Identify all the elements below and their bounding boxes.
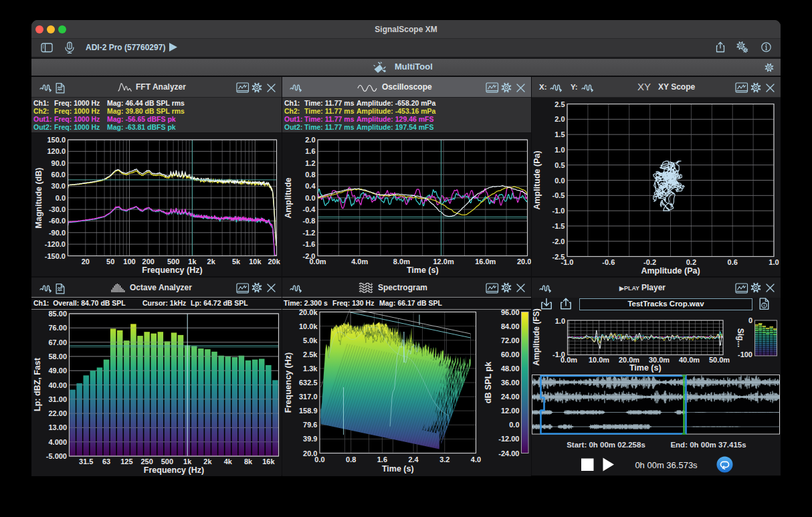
svg-text:85.00: 85.00: [48, 310, 67, 318]
svg-text:Time (s): Time (s): [381, 464, 413, 474]
svg-text:-150.0: -150.0: [45, 252, 66, 260]
svg-text:24.00: 24.00: [500, 393, 519, 401]
svg-text:-60.0: -60.0: [49, 217, 66, 225]
svg-text:58.00: 58.00: [48, 352, 67, 360]
svg-text:Magnitude (dB): Magnitude (dB): [34, 168, 43, 229]
svg-text:16k: 16k: [262, 457, 275, 466]
svg-text:20.0k: 20.0k: [298, 310, 317, 316]
svg-text:1.6: 1.6: [377, 455, 387, 463]
svg-text:150.0: 150.0: [47, 136, 66, 144]
svg-text:-1.5: -1.5: [552, 221, 565, 229]
svg-text:30.0: 30.0: [52, 182, 66, 190]
svg-text:4.000: 4.000: [48, 438, 67, 446]
svg-text:Frequency (Hz): Frequency (Hz): [144, 466, 204, 475]
svg-text:Time (s): Time (s): [629, 363, 662, 373]
svg-text:79.6: 79.6: [303, 421, 317, 429]
svg-text:1.0: 1.0: [769, 257, 779, 266]
svg-text:2.5k: 2.5k: [303, 350, 318, 358]
svg-text:-2.0: -2.0: [552, 237, 565, 245]
svg-text:-1.6: -1.6: [302, 240, 315, 248]
svg-text:84.00: 84.00: [500, 322, 519, 330]
svg-text:Start: 0h 00m 02.258s: Start: 0h 00m 02.258s: [567, 441, 645, 449]
svg-text:0.8: 0.8: [305, 171, 315, 179]
svg-text:Amplitude (FS): Amplitude (FS): [532, 308, 541, 365]
svg-text:-1.0: -1.0: [552, 207, 565, 215]
svg-text:-90.0: -90.0: [49, 229, 66, 237]
svg-text:12.0m: 12.0m: [433, 257, 453, 266]
svg-text:Frequency (Hz): Frequency (Hz): [142, 266, 202, 275]
svg-text:40.0m: 40.0m: [679, 356, 700, 364]
svg-text:500: 500: [167, 257, 179, 266]
svg-text:30.0m: 30.0m: [649, 356, 670, 364]
svg-text:0.0m: 0.0m: [309, 257, 326, 266]
svg-text:0.0: 0.0: [509, 421, 519, 429]
svg-text:100: 100: [123, 257, 135, 266]
svg-text:60.00: 60.00: [500, 350, 519, 358]
svg-text:63: 63: [102, 457, 110, 466]
svg-text:-120.0: -120.0: [45, 240, 66, 248]
svg-text:120.0: 120.0: [47, 147, 66, 155]
svg-text:60.0: 60.0: [52, 171, 66, 179]
svg-text:0.0: 0.0: [554, 176, 565, 184]
svg-text:50.0m: 50.0m: [709, 356, 730, 364]
svg-text:250: 250: [140, 457, 153, 466]
svg-text:2.0: 2.0: [305, 136, 315, 144]
svg-text:Lp: dBZ, Fast: Lp: dBZ, Fast: [33, 357, 42, 411]
svg-text:0.0: 0.0: [314, 455, 324, 463]
svg-text:Time (s): Time (s): [406, 266, 438, 275]
svg-text:76.00: 76.00: [48, 324, 67, 332]
svg-text:-0.6: -0.6: [602, 257, 615, 266]
svg-text:-12.00: -12.00: [498, 435, 519, 443]
svg-text:4.0: 4.0: [470, 455, 480, 463]
svg-text:12.00: 12.00: [500, 407, 519, 415]
svg-text:125: 125: [120, 457, 132, 466]
svg-text:1.0: 1.0: [555, 317, 565, 325]
svg-text:4k: 4k: [224, 457, 233, 466]
svg-text:Amplitude: Amplitude: [283, 177, 292, 218]
svg-text:49.00: 49.00: [48, 367, 67, 375]
svg-text:0.5: 0.5: [554, 161, 565, 169]
svg-text:Amplitude (Pa): Amplitude (Pa): [641, 266, 700, 276]
svg-text:96.00: 96.00: [500, 310, 519, 316]
svg-text:-1.2: -1.2: [302, 229, 315, 237]
svg-text:0h 00m 36.573s: 0h 00m 36.573s: [635, 460, 698, 470]
svg-text:1k: 1k: [188, 257, 197, 266]
svg-text:0.0: 0.0: [305, 194, 315, 202]
svg-text:-24.00: -24.00: [498, 449, 519, 457]
svg-text:-30.0: -30.0: [49, 205, 66, 213]
svg-text:1.6: 1.6: [305, 147, 315, 155]
svg-text:36.00: 36.00: [500, 379, 519, 387]
svg-text:22.00: 22.00: [48, 409, 67, 417]
svg-text:40.00: 40.00: [48, 381, 67, 389]
svg-text:1.3k: 1.3k: [303, 365, 318, 373]
svg-text:200: 200: [142, 257, 155, 266]
svg-text:500: 500: [161, 457, 173, 466]
svg-text:158.9: 158.9: [298, 407, 317, 415]
svg-text:4.0m: 4.0m: [351, 257, 368, 266]
svg-text:Frequency (Hz): Frequency (Hz): [283, 352, 292, 413]
svg-text:2.4: 2.4: [408, 455, 419, 463]
svg-text:-1.0: -1.0: [561, 257, 574, 266]
svg-text:2.0: 2.0: [554, 115, 565, 123]
svg-text:10.0m: 10.0m: [589, 356, 609, 364]
svg-text:317.0: 317.0: [298, 393, 317, 401]
svg-text:8.0m: 8.0m: [393, 257, 409, 266]
svg-text:-5.000: -5.000: [46, 452, 67, 460]
svg-text:2k: 2k: [203, 457, 212, 466]
svg-text:-0.5: -0.5: [552, 191, 565, 199]
svg-text:31.00: 31.00: [48, 395, 67, 403]
svg-text:31.5: 31.5: [79, 457, 93, 466]
svg-text:-100: -100: [738, 350, 752, 358]
svg-text:2k: 2k: [207, 257, 216, 266]
svg-text:0.6: 0.6: [728, 257, 738, 266]
svg-text:72.00: 72.00: [500, 336, 519, 344]
svg-text:0.8: 0.8: [346, 455, 356, 463]
svg-text:20.0m: 20.0m: [619, 356, 639, 364]
svg-text:-0.4: -0.4: [302, 205, 316, 213]
svg-text:3.2: 3.2: [439, 455, 449, 463]
svg-text:1.5: 1.5: [554, 130, 565, 138]
svg-text:0.0: 0.0: [56, 194, 66, 202]
svg-text:16.0m: 16.0m: [475, 257, 496, 266]
svg-text:8k: 8k: [244, 457, 253, 466]
svg-text:5k: 5k: [232, 257, 241, 266]
